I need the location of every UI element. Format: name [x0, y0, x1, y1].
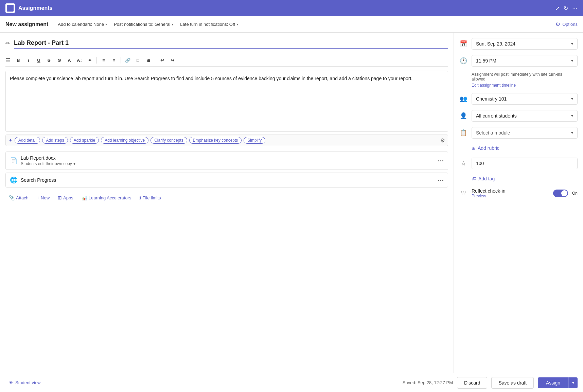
- module-row: 📋 Select a module ▾: [459, 127, 578, 139]
- bold-button[interactable]: B: [14, 55, 23, 65]
- student-view-icon: 👁: [9, 380, 13, 385]
- class-chevron-icon: ▾: [571, 96, 573, 101]
- attach-button[interactable]: 📎 Attach: [5, 193, 32, 202]
- students-row: 👤 All current students ▾: [459, 110, 578, 122]
- clarify-concepts-chip[interactable]: Clarify concepts: [151, 137, 187, 144]
- more-options-icon[interactable]: ⋯: [572, 5, 578, 12]
- app-bar: Assignments ⤢ ↻ ⋯: [0, 0, 583, 16]
- ordered-list-button[interactable]: ≡: [109, 55, 119, 65]
- due-time-control[interactable]: 11:59 PM ▾: [472, 55, 578, 67]
- edit-timeline-link[interactable]: Edit assignment timeline: [459, 83, 578, 88]
- ai-chips-container: ✦ Add detail Add steps Add sparkle Add l…: [8, 137, 265, 144]
- reflect-preview-link[interactable]: Preview: [472, 194, 549, 198]
- special-button[interactable]: ✦: [85, 55, 94, 65]
- bottom-toolbar: 📎 Attach + New ⊞ Apps 📊 Learning Acceler…: [5, 190, 448, 202]
- assign-dropdown-button[interactable]: ▾: [568, 377, 578, 388]
- apps-button[interactable]: ⊞ Apps: [54, 193, 77, 202]
- footer-right: Saved: Sep 28, 12:27 PM Discard Save as …: [403, 377, 578, 389]
- notifications-control[interactable]: Post notifications to: General ▾: [111, 20, 176, 28]
- add-learning-objective-chip[interactable]: Add learning objective: [101, 137, 148, 144]
- assign-button[interactable]: Assign: [538, 377, 568, 388]
- highlight-button[interactable]: ⊘: [54, 55, 64, 65]
- refresh-icon[interactable]: ↻: [564, 5, 568, 12]
- link-button[interactable]: 🔗: [123, 55, 132, 65]
- file-limits-icon: ℹ: [139, 195, 141, 200]
- attachment-info-2: Search Progress: [21, 177, 56, 183]
- new-button[interactable]: + New: [33, 193, 53, 202]
- footer: 👁 Student view Saved: Sep 28, 12:27 PM D…: [0, 373, 583, 392]
- add-steps-chip[interactable]: Add steps: [42, 137, 68, 144]
- font-size-button[interactable]: A↕: [75, 55, 84, 65]
- underline-button[interactable]: U: [34, 55, 43, 65]
- reflect-info: Reflect check-in Preview: [472, 188, 549, 198]
- module-control[interactable]: Select a module ▾: [472, 127, 578, 139]
- undo-button[interactable]: ↩: [157, 55, 167, 65]
- apps-icon: ⊞: [58, 195, 62, 200]
- discard-button[interactable]: Discard: [457, 377, 487, 389]
- calendar-control[interactable]: Add to calendars: None ▾: [55, 20, 110, 28]
- ai-sparkle-icon: ✦: [8, 138, 13, 143]
- new-assignment-title: New assignment: [5, 21, 48, 28]
- reflect-icon: ♡: [459, 190, 467, 197]
- font-color-button[interactable]: A: [65, 55, 74, 65]
- editor-toolbar: ☰ B I U S ⊘ A A↕ ✦ ≡ ≡ 🔗 □ ⊞ ↩ ↪: [5, 54, 448, 67]
- add-sparkle-chip[interactable]: Add sparkle: [70, 137, 99, 144]
- attachment-name-2: Search Progress: [21, 177, 56, 183]
- students-icon: 👤: [459, 112, 467, 120]
- redo-button[interactable]: ↪: [167, 55, 177, 65]
- gear-icon: ⚙: [555, 21, 560, 28]
- add-rubric-link[interactable]: ⊞ Add rubric: [472, 144, 578, 152]
- attachment-info: Lab Report.docx Students edit their own …: [21, 155, 75, 166]
- class-control[interactable]: Chemistry 101 ▾: [472, 93, 578, 105]
- class-row: 👥 Chemistry 101 ▾: [459, 93, 578, 105]
- simplify-chip[interactable]: Simplify: [244, 137, 265, 144]
- toggle-knob: [561, 190, 567, 196]
- image-button[interactable]: □: [133, 55, 143, 65]
- assignment-note: Assignment will post immediately with la…: [459, 72, 578, 82]
- list-icon[interactable]: ☰: [5, 57, 10, 64]
- save-draft-button[interactable]: Save as draft: [491, 377, 534, 389]
- description-box[interactable]: Please complete your science lab report …: [5, 71, 448, 132]
- students-chevron-icon: ▾: [571, 113, 573, 118]
- strikethrough-button[interactable]: S: [44, 55, 54, 65]
- ai-settings-icon[interactable]: ⚙: [440, 137, 445, 144]
- sub-header: New assignment Add to calendars: None ▾ …: [0, 16, 583, 33]
- clock-icon: 🕐: [459, 57, 467, 65]
- table-button[interactable]: ⊞: [143, 55, 153, 65]
- calendar-icon: 📅: [459, 40, 467, 48]
- edit-icon[interactable]: ✏: [5, 40, 10, 47]
- students-control[interactable]: All current students ▾: [472, 110, 578, 122]
- reflect-toggle[interactable]: [553, 190, 568, 197]
- points-input[interactable]: [472, 158, 578, 169]
- tag-icon: 🏷: [472, 176, 476, 181]
- student-view-button[interactable]: 👁 Student view: [5, 378, 44, 387]
- attachment-sub-control[interactable]: Students edit their own copy ▾: [21, 161, 75, 166]
- attachment-more-button-2[interactable]: ⋯: [438, 176, 444, 184]
- italic-button[interactable]: I: [24, 55, 33, 65]
- left-panel: ✏ ☰ B I U S ⊘ A A↕ ✦ ≡ ≡ 🔗 □ ⊞ ↩ ↪ Pl: [0, 33, 454, 373]
- due-time-text: 11:59 PM: [476, 58, 496, 64]
- unordered-list-button[interactable]: ≡: [99, 55, 108, 65]
- star-icon: ☆: [459, 160, 467, 167]
- right-panel: 📅 Sun, Sep 29, 2024 ▾ 🕐 11:59 PM ▾ Assig…: [454, 33, 583, 373]
- options-button[interactable]: ⚙ Options: [555, 21, 578, 28]
- assignment-title-input[interactable]: [14, 38, 448, 49]
- add-detail-chip[interactable]: Add detail: [15, 137, 40, 144]
- attach-icon: 📎: [9, 195, 15, 200]
- file-limits-button[interactable]: ℹ File limits: [136, 193, 164, 202]
- emphasize-key-concepts-chip[interactable]: Emphasize key concepts: [189, 137, 242, 144]
- main-content: ✏ ☰ B I U S ⊘ A A↕ ✦ ≡ ≡ 🔗 □ ⊞ ↩ ↪ Pl: [0, 33, 583, 373]
- learning-accelerators-button[interactable]: 📊 Learning Accelerators: [78, 193, 135, 202]
- attachment-left-2: 🌐 Search Progress: [10, 176, 56, 184]
- due-date-control[interactable]: Sun, Sep 29, 2024 ▾: [472, 38, 578, 50]
- external-link-icon[interactable]: ⤢: [555, 5, 560, 12]
- notifications-chevron-icon: ▾: [172, 22, 173, 26]
- attachment-more-button[interactable]: ⋯: [438, 157, 444, 164]
- toolbar-divider-1: [96, 57, 97, 64]
- web-icon: 🌐: [10, 176, 17, 184]
- add-tag-link[interactable]: 🏷 Add tag: [472, 175, 578, 183]
- sub-header-controls: Add to calendars: None ▾ Post notificati…: [55, 20, 241, 28]
- late-turn-in-control[interactable]: Late turn in notifications: Off ▾: [177, 20, 241, 28]
- class-icon: 👥: [459, 95, 467, 103]
- ai-suggestions-bar: ✦ Add detail Add steps Add sparkle Add l…: [5, 135, 448, 146]
